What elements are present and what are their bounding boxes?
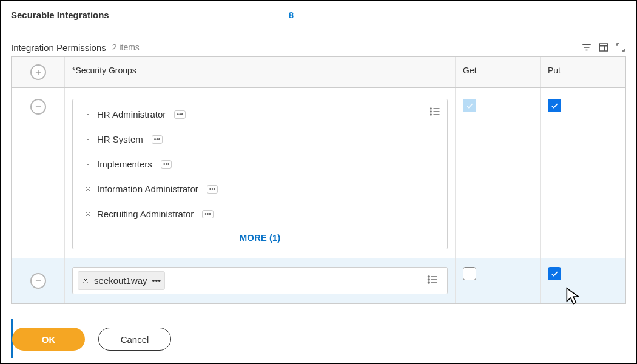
columns-icon[interactable]	[598, 42, 609, 53]
related-actions-icon[interactable]: •••	[174, 110, 186, 119]
integration-permissions-items-count: 2 items	[112, 42, 140, 52]
cancel-button[interactable]: Cancel	[98, 328, 171, 351]
svg-rect-3	[599, 44, 608, 51]
fullscreen-icon[interactable]	[615, 42, 626, 53]
token-label: seekout1way	[94, 275, 147, 286]
prompt-list-icon[interactable]	[426, 274, 439, 288]
remove-row-button[interactable]	[30, 99, 46, 115]
permissions-grid: *Security Groups Get Put HR Administrato…	[11, 56, 626, 304]
token-label: HR System	[97, 134, 143, 144]
get-checkbox[interactable]	[463, 99, 476, 112]
svg-point-28	[428, 276, 430, 277]
table-row: seekout1way •••	[12, 258, 625, 303]
related-actions-icon[interactable]: •••	[152, 276, 161, 286]
security-group-token: Information Administrator •••	[81, 181, 220, 197]
table-row: HR Administrator ••• HR System ••• Imple…	[12, 88, 625, 258]
related-actions-icon[interactable]: •••	[152, 135, 163, 144]
add-row-button[interactable]	[30, 64, 46, 80]
svg-point-9	[431, 108, 432, 109]
remove-row-button[interactable]	[30, 273, 46, 289]
svg-point-11	[431, 111, 432, 112]
related-actions-icon[interactable]: •••	[207, 185, 218, 194]
remove-token-icon[interactable]	[84, 110, 92, 119]
column-header-security-groups[interactable]: *Security Groups	[65, 57, 456, 87]
filter-icon[interactable]	[581, 42, 592, 53]
token-label: Recruiting Administrator	[97, 209, 194, 219]
remove-token-icon[interactable]	[84, 185, 92, 194]
svg-point-32	[428, 282, 430, 283]
securable-integrations-count[interactable]: 8	[289, 10, 294, 20]
related-actions-icon[interactable]: •••	[161, 160, 172, 169]
security-groups-input[interactable]: seekout1way •••	[72, 267, 448, 294]
ok-button[interactable]: OK	[12, 328, 85, 351]
put-checkbox[interactable]	[548, 267, 561, 280]
put-checkbox[interactable]	[548, 99, 561, 112]
svg-point-30	[428, 279, 430, 280]
token-label: Implementers	[97, 159, 152, 169]
remove-token-icon[interactable]	[84, 210, 92, 218]
more-link[interactable]: MORE (1)	[78, 229, 442, 249]
column-header-put[interactable]: Put	[541, 57, 625, 87]
prompt-list-icon[interactable]	[429, 106, 441, 120]
token-label: Information Administrator	[97, 184, 198, 194]
securable-integrations-label: Securable Integrations	[11, 10, 109, 20]
get-checkbox[interactable]	[463, 267, 476, 280]
security-group-token: Implementers •••	[81, 157, 174, 172]
remove-token-icon[interactable]	[82, 276, 89, 286]
security-group-token: seekout1way •••	[78, 271, 165, 290]
related-actions-icon[interactable]: •••	[202, 210, 214, 218]
svg-point-13	[431, 114, 432, 115]
security-group-token: HR System •••	[81, 132, 165, 147]
security-group-token: Recruiting Administrator •••	[81, 206, 216, 221]
remove-token-icon[interactable]	[84, 160, 92, 169]
token-label: HR Administrator	[97, 109, 166, 120]
column-header-get[interactable]: Get	[456, 57, 541, 87]
security-group-token: HR Administrator •••	[81, 107, 188, 122]
integration-permissions-label: Integration Permissions	[11, 42, 106, 53]
remove-token-icon[interactable]	[84, 135, 92, 144]
security-groups-input[interactable]: HR Administrator ••• HR System ••• Imple…	[72, 99, 448, 249]
